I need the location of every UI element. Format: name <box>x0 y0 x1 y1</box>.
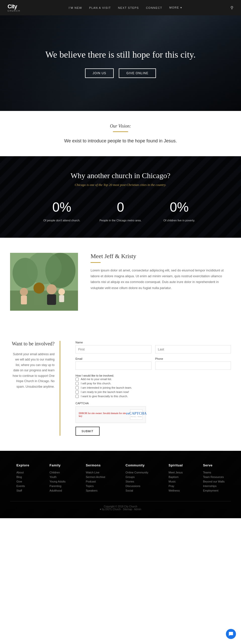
checkbox-launch-ready: I am ready to join the launch team now! <box>75 390 231 394</box>
meet-photo <box>10 253 78 311</box>
search-icon[interactable]: ⚲ <box>230 5 233 10</box>
footer-link-baptism[interactable]: Baptism <box>169 475 183 478</box>
footer-link-adulthood[interactable]: Adulthood <box>50 489 66 492</box>
footer-link-discussions[interactable]: Discussions <box>126 485 148 488</box>
footer-community-heading: Community <box>126 463 148 467</box>
vision-label: Our Vision: <box>5 124 236 129</box>
family-photo-svg <box>10 253 78 311</box>
footer-link-podcast[interactable]: Podcast <box>86 480 105 483</box>
stat-desc-2: Of children live in poverty. <box>155 218 204 223</box>
checkbox-give-label: I want to give financially to this churc… <box>81 395 128 398</box>
last-name-input[interactable] <box>155 345 231 353</box>
footer-link-topics[interactable]: Topics <box>86 485 105 488</box>
footer-link-youth[interactable]: Youth <box>50 475 66 478</box>
email-group: Email <box>75 357 151 370</box>
footer-link-stories[interactable]: Stories <box>126 480 148 483</box>
svg-rect-8 <box>34 294 44 305</box>
footer-link-groups[interactable]: Groups <box>126 475 148 478</box>
footer-col-sermons: Sermons Watch Live Sermon Archive Podcas… <box>86 463 105 494</box>
footer-link-parenting[interactable]: Parenting <box>50 485 66 488</box>
navigation: City CHURCH I'M NEW PLAN A VISIT NEXT ST… <box>0 0 241 15</box>
footer-link-watch-live[interactable]: Watch Live <box>86 471 105 474</box>
footer-col-spiritual: Spiritual Meet Jesus Baptism Music Pray … <box>169 463 183 494</box>
first-name-group: Name <box>75 341 151 353</box>
footer-family-heading: Family <box>50 463 66 467</box>
phone-input[interactable] <box>155 361 231 370</box>
checkbox-launch-ready-label: I am ready to join the launch team now! <box>81 390 129 393</box>
footer-link-sermon-archive[interactable]: Sermon Archive <box>86 475 105 478</box>
footer-link-social[interactable]: Social <box>126 489 148 492</box>
give-online-button[interactable]: Give Online <box>119 68 156 78</box>
email-input[interactable] <box>75 361 151 370</box>
first-name-input[interactable] <box>75 345 151 353</box>
footer-link-beyond-walls[interactable]: Beyond our Walls <box>203 480 225 483</box>
footer-link-children[interactable]: Children <box>50 471 66 474</box>
stats-subtitle: Chicago is one of the Top 20 most post-C… <box>10 183 231 187</box>
footer-link-music[interactable]: Music <box>169 480 183 483</box>
svg-point-7 <box>33 283 45 294</box>
nav-next-steps[interactable]: NEXT STEPS <box>118 6 139 9</box>
stat-number-0: 0% <box>37 199 86 215</box>
checkbox-launch-ready-input[interactable] <box>75 390 79 394</box>
nav-more[interactable]: MORE ▾ <box>169 6 182 9</box>
hero-buttons: Join Us Give Online <box>85 68 156 78</box>
svg-rect-12 <box>59 295 64 302</box>
footer-spiritual-heading: Spiritual <box>169 463 183 467</box>
footer-col-explore: Explore About Blog Give Events Staff <box>16 463 29 494</box>
phone-group: Phone <box>155 357 231 370</box>
meet-section: Meet Jeff & Kristy Lorem ipsum dolor sit… <box>0 238 241 326</box>
footer-link-events[interactable]: Events <box>16 485 29 488</box>
name-row: Name <box>75 341 231 353</box>
footer-link-internships[interactable]: Internships <box>203 485 225 488</box>
submit-button[interactable]: SUBMIT <box>75 427 100 436</box>
footer-link-give[interactable]: Give <box>16 480 29 483</box>
footer-link-teams[interactable]: Teams <box>203 471 225 474</box>
footer-link-team-resources[interactable]: Team Resources <box>203 475 225 478</box>
involvement-checkboxes: How I would like to be involved. Add me … <box>75 374 231 398</box>
involve-left: Want to be involved? Submit your email a… <box>10 341 60 436</box>
checkbox-launch-interest: I am interested in joining the launch te… <box>75 386 231 389</box>
checkbox-pray: I will pray for this church. <box>75 382 231 385</box>
join-us-button[interactable]: Join Us <box>85 68 114 78</box>
last-name-group <box>155 341 231 353</box>
checkbox-pray-input[interactable] <box>75 382 79 385</box>
vision-text: We exist to introduce people to the hope… <box>5 138 236 144</box>
checkbox-email: Add me to your email list. <box>75 378 231 381</box>
hero-background <box>0 15 241 111</box>
captcha-box: ERROR for site owner: Invalid domain for… <box>75 406 146 423</box>
vision-section: Our Vision: We exist to introduce people… <box>0 111 241 156</box>
checkbox-launch-interest-input[interactable] <box>75 386 79 389</box>
nav-plan-visit[interactable]: PLAN A VISIT <box>89 6 111 9</box>
recaptcha-logo: reCAPTCHA Privacy - Terms <box>130 410 143 420</box>
involve-body: Submit your email address and we will ad… <box>10 352 55 390</box>
footer-link-speakers[interactable]: Speakers <box>86 489 105 492</box>
footer-link-employment[interactable]: Employment <box>203 489 225 492</box>
checkbox-give-input[interactable] <box>75 395 79 398</box>
meet-content: Meet Jeff & Kristy Lorem ipsum dolor sit… <box>91 253 231 291</box>
nav-connect[interactable]: CONNECT <box>146 6 162 9</box>
footer-col-serve: Serve Teams Team Resources Beyond our Wa… <box>203 463 225 494</box>
checkbox-email-label: Add me to your email list. <box>81 378 112 381</box>
captcha-error: ERROR for site owner: Invalid domain for… <box>79 412 130 417</box>
footer-link-wellness[interactable]: Wellness <box>169 489 183 492</box>
footer-link-staff[interactable]: Staff <box>16 489 29 492</box>
stat-number-2: 0% <box>155 199 204 215</box>
checkbox-email-input[interactable] <box>75 378 79 381</box>
nav-im-new[interactable]: I'M NEW <box>69 6 82 9</box>
footer-serve-heading: Serve <box>203 463 225 467</box>
logo[interactable]: City CHURCH <box>8 3 20 12</box>
name-label: Name <box>75 341 151 344</box>
last-name-label <box>155 341 231 344</box>
phone-label: Phone <box>155 357 231 360</box>
credits-text: ♥ by DGTL Church · Sitemap · Admin <box>10 508 231 511</box>
involvement-label: How I would like to be involved. <box>75 374 114 377</box>
footer-link-young-adults[interactable]: Young Adults <box>50 480 66 483</box>
footer-link-blog[interactable]: Blog <box>16 475 29 478</box>
footer-link-online-community[interactable]: Online Community <box>126 471 148 474</box>
footer-link-about[interactable]: About <box>16 471 29 474</box>
footer-col-family: Family Children Youth Young Adults Paren… <box>50 463 66 494</box>
footer-link-pray[interactable]: Pray <box>169 485 183 488</box>
nav-links: I'M NEW PLAN A VISIT NEXT STEPS CONNECT … <box>69 6 182 9</box>
footer-link-meet-jesus[interactable]: Meet Jesus <box>169 471 183 474</box>
stat-item-0: 0% Of people don't attend church. <box>32 199 91 223</box>
